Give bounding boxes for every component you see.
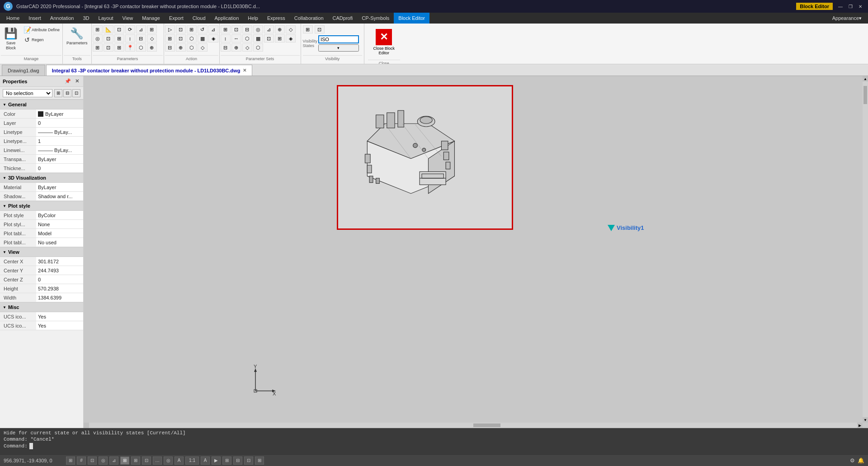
status-ortho-icon[interactable]: ⊡ [88,456,97,465]
scroll-thumb-v[interactable] [863,86,867,104]
pset-icon-13[interactable]: ⊞ [275,34,285,43]
param-icon-9[interactable]: ⊞ [114,34,124,43]
scroll-down-arrow[interactable]: ▼ [863,417,868,423]
regen-button[interactable]: ↺ Regen [22,35,61,44]
properties-pin-icon[interactable]: 📌 [64,78,71,85]
statusbar-notification-icon[interactable]: 🔔 [858,457,864,464]
attribute-define-button[interactable]: 📝 Attribute Define [22,25,61,34]
visibility-icon-2[interactable]: ⊡ [315,25,325,33]
pset-icon-5[interactable]: ⊿ [264,25,274,33]
scroll-track-v[interactable] [863,81,868,417]
section-misc[interactable]: ▼ Misc [0,302,83,312]
menu-cp-symbols[interactable]: CP-Symbols [357,13,394,24]
restore-button[interactable]: ❐ [846,2,854,10]
pset-icon-1[interactable]: ⊞ [221,25,231,33]
action-icon-9[interactable]: ▦ [198,34,208,43]
action-icon-3[interactable]: ⊞ [187,25,197,33]
param-icon-17[interactable]: ⬡ [136,43,146,52]
scroll-up-arrow[interactable]: ▲ [863,76,868,81]
no-selection-dropdown[interactable]: No selection [3,89,52,97]
status-wsstate-icon[interactable]: ▶ [212,456,221,465]
status-model-icon[interactable]: ⊞ [222,456,231,465]
parameters-button[interactable]: 🔧 Parameters [64,25,90,48]
action-icon-13[interactable]: ⬡ [187,43,197,52]
param-icon-18[interactable]: ⊕ [147,43,157,52]
pset-icon-9[interactable]: ↔ [231,34,241,43]
pset-icon-14[interactable]: ◈ [286,34,296,43]
section-general[interactable]: ▼ General [0,100,83,109]
status-snap-icon[interactable]: # [77,456,86,465]
scroll-thumb-h[interactable] [473,423,500,427]
menu-layout[interactable]: Layout [94,13,118,24]
param-icon-15[interactable]: ⊞ [114,43,124,52]
param-icon-13[interactable]: ⊞ [93,43,103,52]
pset-icon-16[interactable]: ⊕ [231,43,241,52]
pset-icon-8[interactable]: ↕ [221,34,231,43]
menu-cloud[interactable]: Cloud [188,13,210,24]
pset-icon-11[interactable]: ▦ [253,34,263,43]
param-icon-7[interactable]: ◎ [93,34,103,43]
status-otrack-icon[interactable]: ⊞ [131,456,140,465]
properties-close-icon[interactable]: ✕ [73,78,80,85]
param-icon-3[interactable]: ⊡ [114,25,124,33]
action-icon-7[interactable]: ⊡ [176,34,186,43]
pset-icon-3[interactable]: ⊟ [242,25,252,33]
props-toggle-2[interactable]: ⊟ [63,89,71,97]
menu-insert[interactable]: Insert [24,13,46,24]
vertical-scrollbar[interactable]: ▲ ▼ [863,76,868,423]
pset-icon-10[interactable]: ⬡ [242,34,252,43]
tab-close-icon[interactable]: ✕ [243,68,246,73]
param-icon-1[interactable]: ⊞ [93,25,103,33]
menu-express[interactable]: Express [263,13,290,24]
pset-icon-12[interactable]: ⊡ [264,34,274,43]
visibility-dropdown-button[interactable]: ▾ [318,44,359,52]
action-icon-6[interactable]: ⊞ [165,34,175,43]
pset-icon-4[interactable]: ◎ [253,25,263,33]
section-3d-viz[interactable]: ▼ 3D Visualization [0,173,83,183]
canvas-area[interactable]: Visibility1 Y X ▲ ▼ [84,76,868,428]
menu-view[interactable]: View [118,13,138,24]
action-icon-14[interactable]: ◇ [198,43,208,52]
close-block-editor-button[interactable]: ✕ Close BlockEditor [368,25,401,59]
status-layout3-icon[interactable]: ⊞ [255,456,264,465]
action-icon-4[interactable]: ↺ [198,25,208,33]
menu-cadprofi[interactable]: CADprofi [328,13,358,24]
param-icon-14[interactable]: ⊡ [104,43,113,52]
menu-appearance[interactable]: Appearance▾ [828,13,866,24]
pset-icon-17[interactable]: ◇ [242,43,252,52]
pset-icon-15[interactable]: ⊟ [221,43,231,52]
param-icon-11[interactable]: ⊟ [136,34,146,43]
pset-icon-6[interactable]: ⊕ [275,25,285,33]
menu-application[interactable]: Application [210,13,244,24]
action-icon-11[interactable]: ⊟ [165,43,175,52]
status-tpress-icon[interactable]: A [175,456,184,465]
close-button[interactable]: ✕ [856,2,864,10]
action-icon-1[interactable]: ▷ [165,25,175,33]
status-layout2-icon[interactable]: ⊡ [244,456,253,465]
visibility-icon-1[interactable]: ⊞ [303,25,313,33]
menu-block-editor[interactable]: Block Editor [394,13,429,24]
action-icon-5[interactable]: ⊿ [208,25,218,33]
menu-home[interactable]: Home [2,13,24,24]
menu-help[interactable]: Help [243,13,263,24]
tab-drawing1[interactable]: Drawing1.dwg [2,65,45,76]
scroll-right-arrow[interactable]: ▶ [857,423,863,428]
statusbar-gear-icon[interactable]: ⚙ [850,457,855,464]
param-icon-6[interactable]: ⊞ [147,25,157,33]
props-toggle-1[interactable]: ⊞ [54,89,62,97]
action-icon-2[interactable]: ⊡ [176,25,186,33]
status-layout1-icon[interactable]: ⊟ [233,456,242,465]
action-icon-10[interactable]: ◈ [208,34,218,43]
status-polar-icon[interactable]: ◎ [99,456,108,465]
section-view[interactable]: ▼ View [0,247,83,257]
props-toggle-3[interactable]: ⊡ [72,89,80,97]
param-icon-16[interactable]: 📍 [125,43,135,52]
param-icon-12[interactable]: ◇ [147,34,157,43]
pset-icon-7[interactable]: ◇ [286,25,296,33]
visibility-input[interactable] [318,35,359,43]
horizontal-scrollbar[interactable]: ◀ ▶ [84,423,863,428]
param-icon-8[interactable]: ⊡ [104,34,113,43]
status-lweight-icon[interactable]: ◎ [164,456,173,465]
action-icon-8[interactable]: ⬡ [187,34,197,43]
menu-3d[interactable]: 3D [78,13,94,24]
